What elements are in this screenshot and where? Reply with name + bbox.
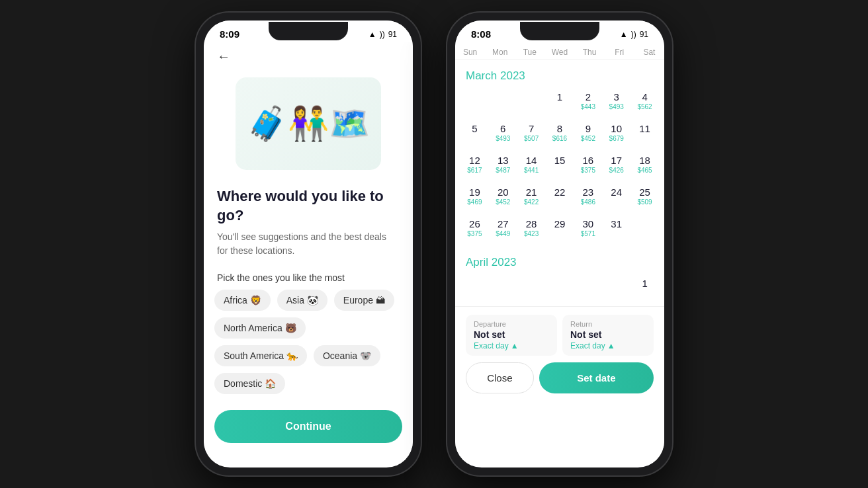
calendar-day-headers: SunMonTueWedThuFriSat — [455, 42, 664, 60]
status-icons-2: ▲ )) 91 — [620, 30, 648, 39]
cal-day-5[interactable]: 5 — [460, 120, 489, 151]
cal-day-1[interactable]: 1 — [630, 274, 659, 306]
cal-day-price: $441 — [524, 167, 539, 174]
tag-oceania[interactable]: Oceania 🐨 — [314, 345, 380, 366]
cal-day-number: 10 — [611, 124, 622, 134]
day-header-sat: Sat — [634, 48, 664, 57]
chevron-up-icon: ▲ — [511, 341, 519, 350]
cal-day-number: 8 — [557, 124, 562, 134]
cal-day-31[interactable]: 31 — [602, 215, 630, 247]
cal-day-price: $452 — [581, 135, 595, 142]
cal-day-11[interactable]: 11 — [630, 120, 659, 151]
back-button[interactable]: ← — [204, 42, 413, 71]
departure-sub[interactable]: Exact day ▲ — [474, 341, 549, 350]
cal-empty — [630, 215, 659, 247]
march-grid: 12$4433$4934$56256$4937$5078$6169$45210$… — [455, 88, 664, 247]
cal-day-number: 30 — [583, 219, 594, 229]
cal-day-number: 15 — [554, 155, 566, 165]
set-date-button[interactable]: Set date — [539, 362, 654, 393]
cal-day-17[interactable]: 17$426 — [602, 151, 630, 183]
tag-asia[interactable]: Asia 🐼 — [277, 290, 327, 311]
continue-button[interactable]: Continue — [214, 410, 402, 443]
tag-domestic[interactable]: Domestic 🏠 — [214, 373, 285, 394]
cal-day-number: 17 — [611, 155, 622, 165]
day-header-thu: Thu — [575, 48, 604, 57]
cal-day-number: 24 — [611, 187, 622, 197]
tag-europe[interactable]: Europe 🏔 — [334, 290, 394, 311]
cal-day-1[interactable]: 1 — [546, 88, 574, 120]
tag-south-america[interactable]: South America 🐆 — [214, 345, 307, 366]
cal-day-30[interactable]: 30$571 — [574, 215, 602, 247]
day-header-tue: Tue — [515, 48, 544, 57]
cal-day-price: $571 — [581, 230, 595, 237]
cal-empty — [517, 88, 546, 120]
cal-day-6[interactable]: 6$493 — [489, 120, 517, 151]
phone-1: 8:09 ▲ )) 91 ← 🧳👫🗺️ — [196, 13, 421, 475]
cal-day-7[interactable]: 7$507 — [517, 120, 546, 151]
cal-day-10[interactable]: 10$679 — [602, 120, 630, 151]
cal-day-28[interactable]: 28$423 — [517, 215, 546, 247]
cal-day-24[interactable]: 24 — [602, 183, 630, 215]
day-header-fri: Fri — [605, 48, 634, 57]
cal-day-8[interactable]: 8$616 — [546, 120, 574, 151]
cal-day-number: 3 — [614, 92, 619, 102]
cal-day-2[interactable]: 2$443 — [574, 88, 602, 120]
april-year-val: 2023 — [492, 256, 517, 268]
cal-day-21[interactable]: 21$422 — [517, 183, 546, 215]
cal-day-number: 13 — [498, 155, 509, 165]
cal-day-number: 19 — [469, 187, 480, 197]
cal-day-19[interactable]: 19$469 — [460, 183, 489, 215]
cal-day-number: 11 — [639, 124, 650, 134]
april-month-name: April — [466, 256, 488, 268]
cal-day-price: $487 — [496, 167, 510, 174]
cal-day-number: 6 — [500, 124, 505, 134]
cal-day-23[interactable]: 23$486 — [574, 183, 602, 215]
signal-icon: ▲ — [369, 30, 376, 39]
tag-africa[interactable]: Africa 🦁 — [214, 290, 271, 311]
cal-day-number: 20 — [498, 187, 509, 197]
april-grid: 1 — [455, 274, 664, 306]
signal-icon-2: ▲ — [620, 30, 628, 39]
cal-day-4[interactable]: 4$562 — [630, 88, 659, 120]
cal-day-14[interactable]: 14$441 — [517, 151, 546, 183]
cal-day-3[interactable]: 3$493 — [602, 88, 630, 120]
cal-day-16[interactable]: 16$375 — [574, 151, 602, 183]
cal-day-15[interactable]: 15 — [546, 151, 574, 183]
return-sub[interactable]: Exact day ▲ — [570, 341, 646, 350]
march-year-val: 2023 — [500, 69, 525, 82]
cal-day-number: 4 — [642, 92, 647, 102]
cal-day-22[interactable]: 22 — [546, 183, 574, 215]
pick-label: Pick the ones you like the most — [204, 263, 413, 290]
page-subtitle: You'll see suggestions and the best deal… — [217, 230, 400, 258]
march-month-name: March — [466, 69, 497, 82]
cal-day-price: $507 — [524, 135, 539, 142]
cal-day-12[interactable]: 12$617 — [460, 151, 489, 183]
cal-day-18[interactable]: 18$465 — [630, 151, 659, 183]
cal-empty — [489, 88, 517, 120]
tag-north-america[interactable]: North America 🐻 — [214, 317, 306, 339]
cal-day-27[interactable]: 27$449 — [489, 215, 517, 247]
day-header-wed: Wed — [545, 48, 574, 57]
cal-day-26[interactable]: 26$375 — [460, 215, 489, 247]
april-label: April 2023 — [455, 247, 664, 274]
wifi-icon-2: )) — [631, 30, 636, 39]
cal-day-number: 27 — [498, 219, 509, 229]
cal-day-25[interactable]: 25$509 — [630, 183, 659, 215]
cal-day-number: 25 — [639, 187, 650, 197]
cal-day-number: 22 — [554, 187, 566, 197]
cal-day-20[interactable]: 20$452 — [489, 183, 517, 215]
cal-empty — [602, 274, 630, 306]
cal-day-29[interactable]: 29 — [546, 215, 574, 247]
cal-day-price: $465 — [637, 167, 652, 174]
close-button[interactable]: Close — [466, 362, 534, 393]
cal-day-price: $493 — [496, 135, 510, 142]
cal-day-number: 2 — [586, 92, 591, 102]
cal-day-number: 29 — [554, 219, 566, 229]
date-bottom: Departure Not set Exact day ▲ Return Not… — [455, 306, 664, 362]
cal-day-9[interactable]: 9$452 — [574, 120, 602, 151]
cal-day-13[interactable]: 13$487 — [489, 151, 517, 183]
cal-day-price: $426 — [609, 167, 624, 174]
cal-day-number: 12 — [469, 155, 480, 165]
return-value: Not set — [570, 329, 646, 340]
cal-day-number: 31 — [611, 219, 622, 229]
